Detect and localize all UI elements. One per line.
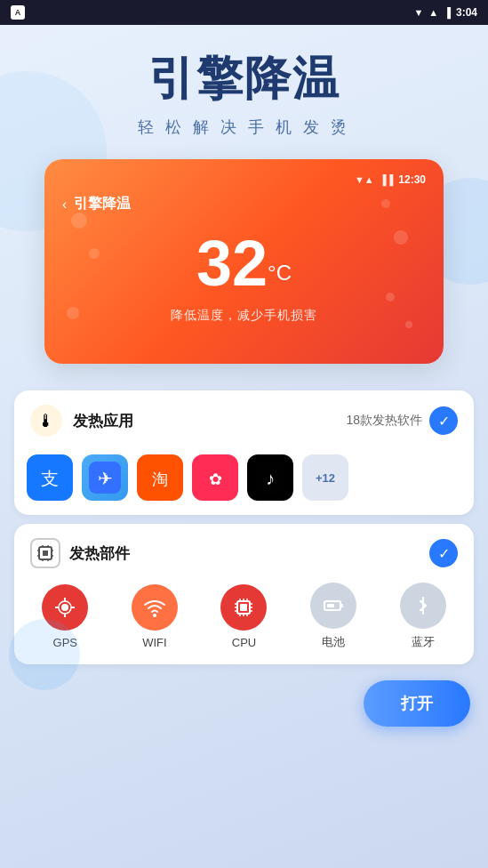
cpu-label: CPU <box>232 636 256 649</box>
phone-screen: ▼▲ ▐▐ 12:30 ‹ 引擎降温 32°C 降低温度，减少手机损害 <box>44 159 444 364</box>
status-left: A <box>11 5 25 20</box>
app-taobao[interactable]: 淘 <box>137 454 183 501</box>
battery-label: 电池 <box>322 634 345 650</box>
comp-bluetooth[interactable]: 蓝牙 <box>391 583 455 650</box>
gps-circle <box>42 584 88 631</box>
battery-icon: ▐ <box>444 7 451 18</box>
apps-row: 支 ✈ 淘 ✿ ♪ +12 <box>14 451 474 515</box>
phone-mockup: ▼▲ ▐▐ 12:30 ‹ 引擎降温 32°C 降低温度，减少手机损害 <box>44 159 444 364</box>
svg-point-26 <box>153 614 156 617</box>
bubble-7 <box>405 321 412 328</box>
hot-apps-icon: 🌡 <box>30 405 62 437</box>
hot-apps-card: 🌡 发热应用 18款发热软件 ✓ 支 ✈ 淘 ✿ ♪ +12 <box>14 390 474 515</box>
components-row: GPS WIFI <box>14 579 474 664</box>
gps-label: GPS <box>53 636 77 649</box>
svg-point-20 <box>61 604 68 611</box>
svg-text:✿: ✿ <box>209 470 222 488</box>
screen-signal: ▐▐ <box>380 174 394 185</box>
bubble-6 <box>386 293 395 301</box>
bluetooth-circle <box>400 583 446 629</box>
status-time: 3:04 <box>456 6 477 19</box>
hw-left: 发热部件 <box>30 538 130 568</box>
status-bar: A ▼ ▲ ▐ 3:04 <box>0 0 488 25</box>
svg-text:淘: 淘 <box>152 470 168 488</box>
screen-statusbar: ▼▲ ▐▐ 12:30 <box>62 173 426 186</box>
svg-rect-43 <box>327 604 334 607</box>
hw-check[interactable]: ✓ <box>429 539 458 567</box>
svg-text:♪: ♪ <box>266 469 275 488</box>
comp-gps[interactable]: GPS <box>33 584 97 649</box>
hw-icon <box>30 538 60 568</box>
signal-icon: ▲ <box>428 7 438 18</box>
svg-text:✈: ✈ <box>98 469 113 488</box>
hero-title: 引擎降温 <box>18 53 470 104</box>
bluetooth-label: 蓝牙 <box>412 634 435 650</box>
comp-wifi[interactable]: WIFI <box>123 584 187 649</box>
bubble-1 <box>71 213 87 229</box>
hero-section: 引擎降温 轻 松 解 决 手 机 发 烫 ▼▲ ▐▐ 12:30 ‹ 引擎降温 … <box>0 25 488 382</box>
temp-description: 降低温度，减少手机损害 <box>62 308 426 324</box>
app-alipay[interactable]: 支 <box>27 454 73 501</box>
hero-subtitle: 轻 松 解 决 手 机 发 烫 <box>18 117 470 138</box>
svg-rect-11 <box>43 551 48 556</box>
svg-rect-42 <box>340 604 343 607</box>
open-btn-row: 打开 <box>0 673 488 744</box>
hot-components-card: 发热部件 ✓ GPS <box>14 524 474 664</box>
wifi-icon: ▼ <box>413 7 423 18</box>
temperature-value: 32 <box>196 231 268 295</box>
wifi-label: WIFI <box>142 636 166 649</box>
hot-apps-count: 18款发热软件 <box>346 413 422 429</box>
app-feishu[interactable]: ✈ <box>82 454 128 501</box>
app-more[interactable]: +12 <box>302 454 348 501</box>
open-button[interactable]: 打开 <box>364 680 470 727</box>
screen-time: 12:30 <box>398 173 426 186</box>
phone-nav: ‹ 引擎降温 <box>62 195 426 213</box>
status-right: ▼ ▲ ▐ 3:04 <box>413 6 477 19</box>
temperature-display: 32°C <box>62 231 426 295</box>
hw-header: 发热部件 ✓ <box>14 524 474 579</box>
hot-apps-check[interactable]: ✓ <box>429 406 458 435</box>
hot-apps-header: 🌡 发热应用 18款发热软件 ✓ <box>14 390 474 451</box>
screen-wifi: ▼▲ <box>355 174 374 185</box>
hw-label: 发热部件 <box>69 543 130 564</box>
comp-battery[interactable]: 电池 <box>301 583 365 650</box>
back-arrow: ‹ <box>62 197 67 213</box>
cpu-circle <box>220 584 267 631</box>
battery-circle <box>310 583 356 629</box>
wifi-circle <box>132 584 178 631</box>
app-tiktok[interactable]: ♪ <box>247 454 293 501</box>
app-xiaohongshu[interactable]: ✿ <box>192 454 238 501</box>
comp-cpu[interactable]: CPU <box>212 584 276 649</box>
section-right: 18款发热软件 ✓ <box>346 406 458 435</box>
svg-text:支: 支 <box>41 469 59 488</box>
app-icon: A <box>11 5 25 20</box>
svg-rect-28 <box>240 604 247 611</box>
section-left: 🌡 发热应用 <box>30 405 133 437</box>
temp-unit: °C <box>268 261 292 285</box>
hot-apps-label: 发热应用 <box>73 411 133 431</box>
screen-nav-title: 引擎降温 <box>74 195 131 213</box>
